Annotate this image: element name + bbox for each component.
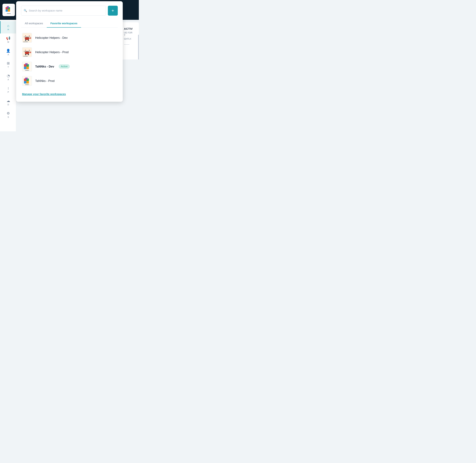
svg-rect-4 [8, 9, 10, 12]
sidebar-item-settings-label: S [8, 116, 9, 118]
content-text-line1: ACTIV [124, 27, 134, 30]
svg-text:✕: ✕ [29, 35, 30, 37]
sidebar-item-analytics-label: A [8, 79, 9, 81]
workspace-item-tannks-dev[interactable]: TANNKS TaNNks - Dev Active [21, 59, 118, 74]
sidebar-item-downloads[interactable]: ☁ D [0, 96, 16, 108]
svg-rect-3 [6, 9, 8, 12]
sidebar-item-analytics[interactable]: ◔ A [0, 71, 16, 83]
svg-text:✕: ✕ [25, 49, 26, 51]
hilppers-logo-svg-dev: ✕ ✕ HILPPERS [22, 33, 32, 42]
tables-icon: ⊞ [7, 61, 10, 65]
content-divider: —— [124, 43, 134, 46]
scroll-indicator [138, 35, 139, 60]
main-layout: ⌂ H 📢 M 👤 A ⊞ T ◔ A ⫶ P ☁ D ⚙ S [0, 20, 139, 131]
svg-text:HILPPERS: HILPPERS [23, 41, 28, 42]
tannks-logo-svg: TANNKS [4, 5, 14, 15]
workspace-item-tannks-prod-name: TaNNks - Prod [35, 79, 55, 83]
tannks-logo-svg-prod: TANNKS [22, 76, 32, 86]
search-input[interactable] [29, 7, 103, 15]
sidebar-item-megaphone-label: M [8, 41, 9, 43]
manage-favorites-link[interactable]: Manage your favorite workspaces [21, 92, 118, 97]
svg-rect-35 [26, 67, 29, 69]
search-icon: 🔍 [24, 9, 27, 12]
search-wrapper[interactable]: 🔍 [21, 6, 106, 16]
workspace-logo-tannks-dev: TANNKS [22, 62, 32, 71]
svg-text:HILPPERS: HILPPERS [23, 56, 28, 57]
svg-point-14 [25, 40, 26, 41]
workspace-logo-tannks-prod: TANNKS [22, 76, 32, 86]
downloads-icon: ☁ [7, 99, 10, 103]
megaphone-icon: 📢 [6, 36, 10, 40]
workspace-item-hh-prod[interactable]: ✕ ✕ HILPPERS Helicopter Helpers - Prod [21, 45, 118, 59]
sidebar-item-account[interactable]: 👤 A [0, 46, 16, 58]
workspace-item-hh-dev-name: Helicopter Helpers - Dev [35, 36, 68, 40]
workspace-dropdown: 🔍 + All workspaces Favorite workspaces [16, 1, 123, 102]
svg-point-27 [28, 54, 29, 55]
svg-text:TANNKS: TANNKS [25, 84, 29, 85]
workspace-item-hh-dev[interactable]: ✕ ✕ HILPPERS Helicopter Helpers - Dev [21, 31, 118, 45]
svg-point-23 [27, 51, 27, 52]
svg-rect-36 [25, 63, 28, 65]
svg-rect-5 [7, 6, 9, 9]
sidebar-item-downloads-label: D [8, 104, 9, 106]
svg-rect-13 [30, 37, 31, 39]
search-row: 🔍 + [21, 6, 118, 16]
svg-rect-43 [25, 78, 28, 80]
svg-text:TANNKS: TANNKS [7, 13, 11, 14]
sidebar-item-home-label: H [8, 28, 9, 31]
sidebar-item-tables-label: T [8, 66, 9, 68]
sidebar-item-account-label: A [8, 53, 9, 56]
workspace-item-tannks-dev-name: TaNNks - Dev [35, 65, 54, 68]
hilppers-logo-svg-prod: ✕ ✕ HILPPERS [22, 48, 32, 57]
add-workspace-button[interactable]: + [108, 6, 118, 16]
svg-text:✕: ✕ [25, 35, 26, 37]
analytics-icon: ◔ [7, 74, 10, 78]
home-icon: ⌂ [7, 24, 9, 28]
tannks-logo-svg-dev: TANNKS [22, 62, 32, 71]
workspace-item-hh-prod-name: Helicopter Helpers - Prod [35, 50, 69, 54]
svg-text:TANNKS: TANNKS [25, 70, 29, 71]
sidebar-item-settings[interactable]: ⚙ S [0, 108, 16, 121]
active-badge: Active [59, 64, 70, 69]
svg-rect-25 [30, 52, 31, 53]
svg-point-15 [28, 40, 29, 41]
sidebar-item-megaphone[interactable]: 📢 M [0, 34, 16, 46]
sidebar: ⌂ H 📢 M 👤 A ⊞ T ◔ A ⫶ P ☁ D ⚙ S [0, 20, 16, 131]
tab-favorite-workspaces[interactable]: Favorite workspaces [47, 20, 81, 28]
content-text-line2: UE FOR T [124, 31, 134, 37]
sidebar-item-pipelines-label: P [8, 91, 9, 93]
svg-rect-42 [26, 81, 29, 83]
content-text-line3: GHTLY. [124, 38, 134, 40]
svg-point-11 [27, 36, 27, 37]
pipelines-icon: ⫶ [8, 86, 9, 90]
settings-icon: ⚙ [7, 111, 10, 115]
workspace-list: ✕ ✕ HILPPERS Helicopter Helpers - Dev [21, 31, 118, 88]
svg-text:✕: ✕ [29, 49, 30, 51]
svg-rect-34 [24, 67, 26, 69]
workspace-logo-hh-prod: ✕ ✕ HILPPERS [22, 47, 32, 57]
workspace-item-tannks-prod[interactable]: TANNKS TaNNks - Prod [21, 74, 118, 88]
svg-rect-41 [24, 81, 26, 83]
sidebar-item-home[interactable]: ⌂ H [0, 21, 16, 34]
workspace-tabs: All workspaces Favorite workspaces [21, 20, 118, 28]
svg-point-26 [25, 54, 26, 55]
sidebar-item-pipelines[interactable]: ⫶ P [0, 83, 16, 96]
workspace-logo-hh-dev: ✕ ✕ HILPPERS [22, 33, 32, 43]
account-icon: 👤 [6, 49, 10, 53]
app-logo: TANNKS [2, 4, 15, 16]
sidebar-item-tables[interactable]: ⊞ T [0, 58, 16, 71]
tab-all-workspaces[interactable]: All workspaces [21, 20, 47, 28]
